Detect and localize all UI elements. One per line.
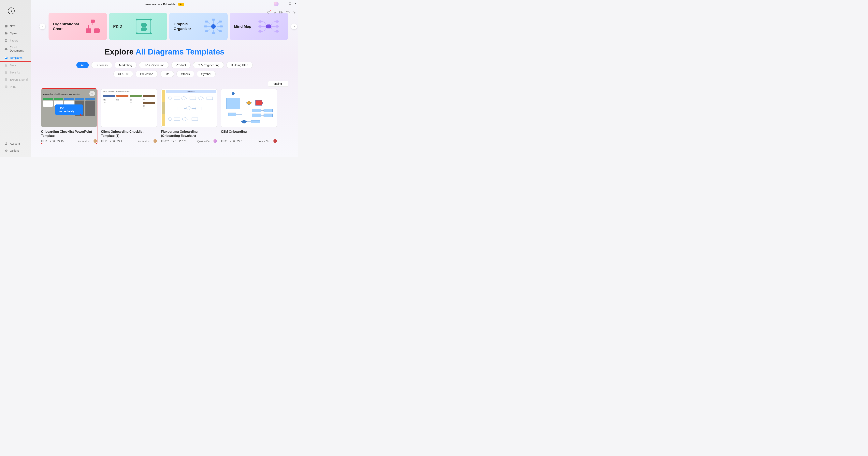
svg-rect-45 [178,107,184,110]
template-thumbnail[interactable]: Onboarding Checklist PowerPoint Template… [41,89,97,127]
heart-icon [229,140,232,142]
svg-rect-58 [264,109,273,112]
filter-pill-business[interactable]: Business [91,62,112,68]
svg-rect-36 [58,141,59,142]
views-stat: 38 [221,140,227,143]
category-card-graphic-organizer[interactable]: Graphic Organizer [169,12,228,40]
sidebar-item-new[interactable]: New + [0,22,31,30]
filter-pill-ui-ux[interactable]: UI & UX [114,71,133,77]
sidebar-item-cloud-documents[interactable]: Cloud Documents [0,44,31,54]
filter-pill-education[interactable]: Education [135,71,158,77]
template-card[interactable]: CSM Onboarding 38 0 6 Jomar Alm... [221,89,277,144]
svg-point-4 [5,142,7,144]
category-card-pid[interactable]: P&ID [109,12,167,40]
svg-rect-26 [204,26,207,27]
filter-pill-it-engineering[interactable]: IT & Engineering [193,62,224,68]
template-author[interactable]: Lisa Anders... [77,139,97,143]
sidebar-item-account[interactable]: Account [0,140,31,147]
maximize-button[interactable]: ☐ [289,2,291,5]
svg-rect-25 [212,32,215,34]
filter-pill-symbol[interactable]: Symbol [197,71,216,77]
favorite-button[interactable] [89,91,95,96]
category-card-org-chart[interactable]: Organizational Chart [49,12,107,40]
svg-rect-59 [252,114,261,117]
copies-stat: 123 [179,140,186,143]
svg-point-39 [168,96,172,100]
template-card[interactable]: Onboarding [161,89,217,144]
author-avatar [94,139,97,143]
template-thumbnail[interactable] [221,89,277,127]
sidebar-item-import[interactable]: Import [0,37,31,44]
filter-pill-product[interactable]: Product [171,62,191,68]
sidebar-item-open[interactable]: Open [0,30,31,37]
svg-rect-21 [219,21,222,23]
svg-point-34 [275,30,279,33]
filter-row-1: All Business Marketing HR & Operation Pr… [31,62,298,68]
template-author[interactable]: Quirino Cal... [197,139,217,143]
likes-stat: 0 [229,140,235,143]
filter-pill-others[interactable]: Others [176,71,194,77]
svg-rect-42 [190,97,196,99]
sidebar-item-save-as: Save As [0,69,31,76]
carousel-prev[interactable]: ‹ [39,24,45,29]
filter-pill-building-plan[interactable]: Building Plan [226,62,253,68]
likes-stat: 0 [50,140,55,143]
folder-icon [4,32,8,35]
sidebar-item-save: Save [0,62,31,69]
template-author[interactable]: Jomar Alm... [258,139,277,143]
close-button[interactable]: ✕ [294,2,297,5]
template-card[interactable]: Onboarding Checklist PowerPoint Template… [41,89,97,144]
app-title: Wondershare EdrawMax [145,3,177,6]
shirt-icon[interactable]: ˅ [286,11,290,15]
svg-point-30 [258,25,262,28]
sidebar-item-options[interactable]: Options [0,147,31,154]
minimize-button[interactable]: — [283,2,286,5]
svg-point-37 [102,141,103,141]
filter-pill-all[interactable]: All [76,62,89,68]
svg-rect-40 [174,97,180,99]
filter-pill-life[interactable]: Life [160,71,174,77]
bell-icon[interactable] [273,11,276,15]
sidebar-item-templates[interactable]: Templates [0,54,31,62]
svg-marker-62 [241,120,247,124]
svg-point-31 [258,30,262,33]
explore-heading: Explore All Diagrams Templates [31,48,298,56]
svg-point-18 [150,32,152,34]
grid-icon[interactable]: ˅ [279,11,283,15]
template-thumbnail[interactable]: Client Onboarding Checklist Template • i… [101,89,157,127]
svg-rect-7 [281,11,281,12]
use-immediately-button[interactable]: Use immediately [55,105,83,115]
sort-select[interactable]: Trending [268,81,288,87]
filter-row-2: UI & UX Education Life Others Symbol [31,71,298,77]
template-thumbnail[interactable]: Onboarding [161,89,217,127]
back-button[interactable] [8,7,14,14]
filter-pill-hr-operation[interactable]: HR & Operation [139,62,169,68]
svg-rect-28 [266,25,271,28]
sidebar-item-label: Open [10,32,17,35]
sidebar-item-print: Print [0,83,31,90]
category-label: P&ID [113,24,122,29]
template-card[interactable]: Client Onboarding Checklist Template • i… [101,89,157,144]
svg-rect-24 [212,19,215,21]
help-icon[interactable] [267,11,270,15]
category-card-mind-map[interactable]: Mind Map [229,12,288,40]
svg-point-48 [168,117,172,121]
heart-icon [110,140,113,142]
svg-rect-3 [6,57,7,57]
settings-icon[interactable] [293,11,296,15]
save-icon [4,64,8,67]
template-author[interactable]: Lisa Anders... [137,139,157,143]
main-content: Wondershare EdrawMax Pro — ☐ ✕ ˅ ˅ ‹ Org… [31,0,298,156]
author-avatar [273,139,277,143]
category-label: Mind Map [234,24,251,29]
carousel-next[interactable]: › [291,24,297,29]
explore-highlight: All Diagrams Templates [135,48,224,56]
svg-marker-43 [198,96,204,100]
filter-pill-marketing[interactable]: Marketing [115,62,137,68]
account-icon [4,142,8,145]
template-title: CSM Onboarding [221,130,277,138]
author-avatar [153,139,157,143]
user-avatar[interactable] [274,2,279,6]
plus-icon[interactable]: + [26,24,28,28]
copy-icon [117,140,120,142]
